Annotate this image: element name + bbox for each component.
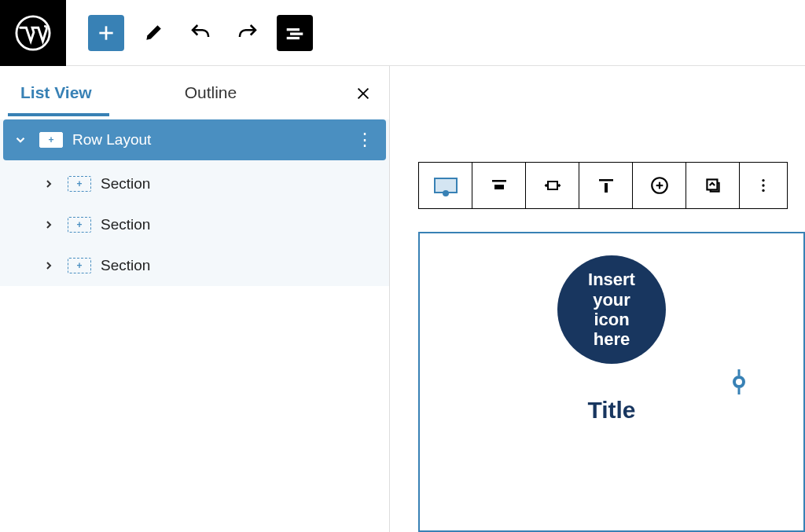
- more-vertical-icon: [755, 177, 772, 194]
- tree-item-section[interactable]: + Section: [0, 204, 389, 245]
- row-layout-block-icon: +: [39, 132, 63, 148]
- svg-rect-3: [287, 28, 299, 30]
- tab-outline[interactable]: Outline: [172, 66, 255, 116]
- tab-list-view[interactable]: List View: [8, 66, 109, 116]
- block-type-button[interactable]: [419, 163, 472, 208]
- section-block-icon: +: [68, 176, 91, 192]
- block-tree: + Row Layout ⋮ + Section + Section: [0, 119, 389, 286]
- chevron-right-icon[interactable]: [39, 215, 58, 234]
- icon-placeholder[interactable]: Insert your icon here: [557, 255, 666, 364]
- sidebar-tabs: List View Outline: [0, 66, 389, 116]
- chevron-down-icon[interactable]: [11, 130, 30, 149]
- align-button[interactable]: [472, 163, 526, 208]
- wordpress-icon: [15, 15, 51, 51]
- vertical-align-top-icon: [597, 176, 616, 195]
- edit-tool-button[interactable]: [135, 15, 171, 51]
- section-block-icon: +: [68, 258, 91, 273]
- icon-placeholder-line: your: [593, 290, 630, 310]
- svg-point-19: [762, 179, 764, 182]
- tree-item-label: Section: [101, 175, 389, 193]
- list-view-toggle-button[interactable]: [277, 15, 313, 51]
- add-block-button[interactable]: [88, 15, 124, 51]
- icon-placeholder-line: here: [594, 329, 630, 349]
- plus-icon: [96, 23, 116, 43]
- svg-rect-13: [599, 179, 613, 182]
- column-resize-handle[interactable]: [733, 376, 745, 388]
- close-sidebar-button[interactable]: [351, 83, 375, 107]
- justify-icon: [543, 176, 562, 195]
- more-options-icon[interactable]: ⋮: [356, 130, 386, 150]
- row-layout-block[interactable]: Insert your icon here Title: [418, 232, 805, 532]
- align-icon: [490, 176, 509, 195]
- svg-rect-4: [291, 33, 303, 35]
- close-icon: [355, 85, 372, 102]
- tree-item-label: Section: [101, 216, 389, 233]
- section-block[interactable]: Insert your icon here Title: [462, 255, 761, 424]
- chevron-right-icon[interactable]: [39, 256, 58, 275]
- section-block-icon: +: [68, 217, 91, 233]
- justify-button[interactable]: [526, 163, 579, 208]
- editor-canvas: Insert your icon here Title: [390, 66, 805, 532]
- row-layout-block-icon: [434, 178, 458, 193]
- topbar-tools: [66, 15, 313, 51]
- pencil-icon: [143, 23, 164, 43]
- block-options-button[interactable]: [740, 163, 787, 208]
- vertical-align-button[interactable]: [579, 163, 633, 208]
- svg-rect-8: [492, 180, 506, 182]
- wordpress-logo-button[interactable]: [0, 0, 66, 66]
- add-column-button[interactable]: [633, 163, 686, 208]
- editor-topbar: [0, 0, 805, 66]
- plus-circle-icon: [649, 175, 670, 196]
- list-view-sidebar: List View Outline + Row Layout ⋮ + Secti…: [0, 66, 390, 532]
- list-view-icon: [285, 23, 305, 43]
- svg-rect-14: [605, 183, 608, 193]
- title-placeholder[interactable]: Title: [587, 397, 635, 424]
- icon-placeholder-line: icon: [594, 310, 629, 329]
- block-toolbar: [418, 162, 788, 209]
- svg-rect-10: [548, 182, 557, 189]
- icon-placeholder-line: Insert: [588, 270, 635, 289]
- svg-rect-18: [707, 179, 717, 189]
- svg-point-20: [762, 184, 764, 186]
- svg-rect-5: [287, 37, 299, 39]
- svg-point-21: [762, 189, 764, 192]
- tree-item-label: Row Layout: [72, 131, 356, 149]
- copy-style-button[interactable]: [686, 163, 740, 208]
- svg-rect-9: [494, 185, 504, 189]
- chevron-right-icon[interactable]: [39, 174, 58, 193]
- undo-icon: [189, 21, 212, 45]
- tree-item-section[interactable]: + Section: [0, 163, 389, 204]
- tree-item-row-layout[interactable]: + Row Layout ⋮: [3, 119, 386, 160]
- editor-main: List View Outline + Row Layout ⋮ + Secti…: [0, 66, 805, 532]
- copy-style-icon: [703, 175, 723, 196]
- redo-button[interactable]: [230, 15, 266, 51]
- tree-item-label: Section: [101, 257, 389, 274]
- redo-icon: [236, 21, 259, 45]
- undo-button[interactable]: [182, 15, 219, 51]
- tree-item-section[interactable]: + Section: [0, 245, 389, 286]
